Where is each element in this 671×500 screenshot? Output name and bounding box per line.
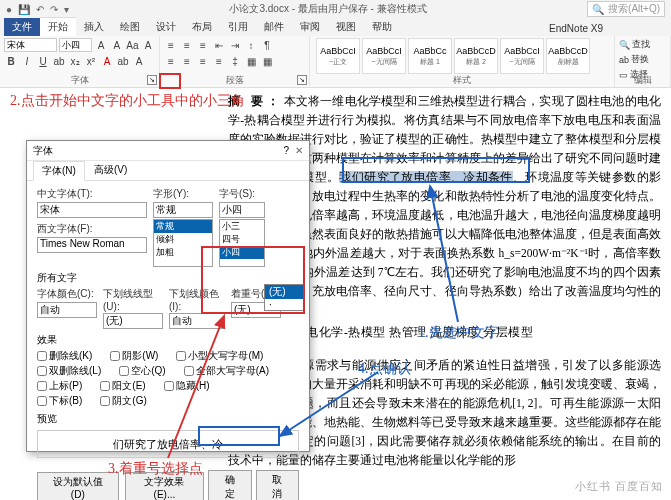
border-icon[interactable]: ▦ <box>260 54 274 68</box>
ribbon-tabs: 文件 开始 插入 绘图 设计 布局 引用 邮件 审阅 视图 帮助 EndNote… <box>0 18 671 36</box>
group-paragraph: ≡ ≡ ≡ ⇤ ⇥ ↕ ¶ ≡ ≡ ≡ ≡ ‡ ▦ ▦ 段落 ↘ <box>160 36 310 87</box>
tab-draw[interactable]: 绘图 <box>112 18 148 36</box>
tab-references[interactable]: 引用 <box>220 18 256 36</box>
check-super[interactable]: 上标(P) <box>37 379 82 393</box>
tab-design[interactable]: 设计 <box>148 18 184 36</box>
dialog-close-icon[interactable]: ✕ <box>295 145 303 156</box>
indent-dec-icon[interactable]: ⇤ <box>212 38 226 52</box>
search-box[interactable]: 🔍 搜索(Alt+Q) <box>587 1 665 17</box>
dialog-help-icon[interactable]: ? <box>283 145 289 156</box>
decrease-font-icon[interactable]: A <box>110 38 124 52</box>
chinese-font-select[interactable]: 宋体 <box>37 202 147 218</box>
style-item[interactable]: AaBbCcI~无间隔 <box>362 38 406 74</box>
style-item[interactable]: AaBbCcI~正文 <box>316 38 360 74</box>
dialog-title-bar[interactable]: 字体 ? ✕ <box>27 141 309 161</box>
group-style-label: 样式 <box>310 74 614 87</box>
strike-icon[interactable]: ab <box>52 54 66 68</box>
text-effect-icon[interactable]: A <box>132 54 146 68</box>
cancel-button[interactable]: 取消 <box>256 470 299 500</box>
redo-icon[interactable]: ↷ <box>50 4 58 15</box>
abstract-label: 摘 要： <box>228 95 284 107</box>
check-strike[interactable]: 删除线(K) <box>37 349 92 363</box>
highlight-icon[interactable]: ab <box>116 54 130 68</box>
autosave-icon[interactable]: ● <box>6 4 12 15</box>
group-para-label: 段落 <box>160 74 309 87</box>
undo-icon[interactable]: ↶ <box>36 4 44 15</box>
style-item[interactable]: AaBbCc标题 1 <box>408 38 452 74</box>
tab-help[interactable]: 帮助 <box>364 18 400 36</box>
check-sub[interactable]: 下标(B) <box>37 394 82 408</box>
check-smallcaps[interactable]: 小型大写字母(M) <box>176 349 263 363</box>
numbering-icon[interactable]: ≡ <box>180 38 194 52</box>
align-left-icon[interactable]: ≡ <box>164 54 178 68</box>
show-marks-icon[interactable]: ¶ <box>260 38 274 52</box>
font-color-select[interactable]: 自动 <box>37 302 97 318</box>
style-item[interactable]: AaBbCcD标题 2 <box>454 38 498 74</box>
replace-button[interactable]: ab替换 <box>619 53 666 66</box>
font-size-select[interactable]: 小四 <box>59 38 92 52</box>
document-title: 小论文3.docx - 最后由用户保存 - 兼容性模式 <box>69 2 587 16</box>
group-styles: AaBbCcI~正文AaBbCcI~无间隔AaBbCc标题 1AaBbCcD标题… <box>310 36 615 87</box>
font-name-select[interactable]: 宋体 <box>4 38 57 52</box>
dialog-tab-advanced[interactable]: 高级(V) <box>85 160 136 180</box>
tab-mailings[interactable]: 邮件 <box>256 18 292 36</box>
font-style-input[interactable]: 常规 <box>153 202 213 218</box>
check-dstrike[interactable]: 双删除线(L) <box>37 364 101 378</box>
sort-icon[interactable]: ↕ <box>244 38 258 52</box>
bullets-icon[interactable]: ≡ <box>164 38 178 52</box>
style-item[interactable]: AaBbCcD副标题 <box>546 38 590 74</box>
anno-box-launcher <box>159 73 181 89</box>
shading-icon[interactable]: ▦ <box>244 54 258 68</box>
font-dialog-launcher[interactable]: ↘ <box>147 75 157 85</box>
ribbon: 宋体 小四 A A Aa A B I U ab x₂ x² A ab A 字体 … <box>0 36 671 88</box>
western-font-select[interactable]: Times New Roman <box>37 237 147 253</box>
check-outline[interactable]: 空心(Q) <box>119 364 165 378</box>
font-color-icon[interactable]: A <box>100 54 114 68</box>
change-case-icon[interactable]: Aa <box>126 38 140 52</box>
group-editing: 🔍查找 ab替换 ▭选择 编辑 <box>615 36 671 87</box>
dialog-tab-font[interactable]: 字体(N) <box>33 161 85 181</box>
search-icon: 🔍 <box>592 4 604 15</box>
underline-color-select[interactable]: 自动 <box>169 313 225 329</box>
align-right-icon[interactable]: ≡ <box>196 54 210 68</box>
align-center-icon[interactable]: ≡ <box>180 54 194 68</box>
line-spacing-icon[interactable]: ‡ <box>228 54 242 68</box>
tab-view[interactable]: 视图 <box>328 18 364 36</box>
check-engrave[interactable]: 阴文(G) <box>100 394 146 408</box>
style-item[interactable]: AaBbCcI~无间隔 <box>500 38 544 74</box>
indent-inc-icon[interactable]: ⇥ <box>228 38 242 52</box>
justify-icon[interactable]: ≡ <box>212 54 226 68</box>
clear-format-icon[interactable]: A <box>141 38 155 52</box>
subscript-icon[interactable]: x₂ <box>68 54 82 68</box>
check-allcaps[interactable]: 全部大写字母(A) <box>184 364 269 378</box>
multilevel-icon[interactable]: ≡ <box>196 38 210 52</box>
font-size-input[interactable]: 小四 <box>219 202 265 218</box>
check-shadow[interactable]: 阴影(W) <box>110 349 158 363</box>
check-emboss[interactable]: 阳文(E) <box>100 379 145 393</box>
group-font: 宋体 小四 A A Aa A B I U ab x₂ x² A ab A 字体 … <box>0 36 160 87</box>
tab-insert[interactable]: 插入 <box>76 18 112 36</box>
tab-file[interactable]: 文件 <box>4 18 40 36</box>
title-bar: ● 💾 ↶ ↷ ▾ 小论文3.docx - 最后由用户保存 - 兼容性模式 🔍 … <box>0 0 671 18</box>
underline-icon[interactable]: U <box>36 54 50 68</box>
tab-endnote[interactable]: EndNote X9 <box>541 21 611 36</box>
tab-layout[interactable]: 布局 <box>184 18 220 36</box>
group-edit-label: 编辑 <box>615 74 670 87</box>
increase-font-icon[interactable]: A <box>94 38 108 52</box>
check-hidden[interactable]: 隐藏(H) <box>164 379 210 393</box>
bold-icon[interactable]: B <box>4 54 18 68</box>
text-effects-button[interactable]: 文字效果(E)... <box>125 472 205 501</box>
set-default-button[interactable]: 设为默认值(D) <box>37 472 119 501</box>
underline-select[interactable]: (无) <box>103 313 163 329</box>
para-dialog-launcher[interactable]: ↘ <box>297 75 307 85</box>
superscript-icon[interactable]: x² <box>84 54 98 68</box>
tab-home[interactable]: 开始 <box>40 17 76 36</box>
watermark: 小红书 百度百知 <box>575 479 663 494</box>
ok-button[interactable]: 确定 <box>208 470 251 500</box>
find-button[interactable]: 🔍查找 <box>619 38 666 51</box>
anno-box-emphasis <box>201 246 305 314</box>
save-icon[interactable]: 💾 <box>18 4 30 15</box>
group-font-label: 字体 <box>0 74 159 87</box>
italic-icon[interactable]: I <box>20 54 34 68</box>
tab-review[interactable]: 审阅 <box>292 18 328 36</box>
